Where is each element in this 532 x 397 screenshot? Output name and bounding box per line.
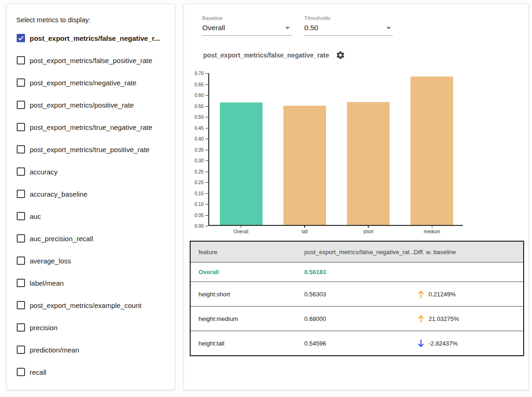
settings-gear-icon[interactable] — [336, 51, 345, 60]
metric-selector-panel: Select metrics to display: post_export_m… — [6, 4, 175, 390]
y-axis-tick — [205, 150, 208, 150]
baseline-select[interactable]: Baseline Overall — [202, 15, 292, 36]
metric-value-cell: 0.56303 — [304, 291, 414, 298]
bar-chart: 0.000.050.100.150.200.250.300.350.400.45… — [208, 73, 463, 226]
y-axis-tick — [205, 106, 208, 107]
table-row-overall: Overall0.56183 — [191, 262, 523, 282]
y-axis-tick — [205, 128, 208, 128]
unchecked-checkbox-icon[interactable] — [17, 145, 25, 154]
metric-checkbox-item[interactable]: auc_precision_recall — [7, 227, 174, 250]
metric-checkbox-label: post_export_metrics/true_negative_rate — [30, 123, 152, 131]
y-axis-tick-label: 0.20 — [187, 180, 204, 185]
metric-checkbox-item[interactable]: post_export_metrics/false_positive_rate — [7, 49, 174, 71]
unchecked-checkbox-icon[interactable] — [17, 279, 25, 287]
unchecked-checkbox-icon[interactable] — [17, 167, 25, 176]
baseline-select-label: Baseline — [202, 15, 292, 21]
unchecked-checkbox-icon[interactable] — [17, 123, 25, 131]
unchecked-checkbox-icon[interactable] — [17, 301, 25, 309]
y-axis-tick-label: 0.70 — [187, 71, 204, 76]
y-axis-tick-label: 0.50 — [187, 115, 204, 120]
y-axis-tick-label: 0.40 — [187, 136, 204, 141]
thresholds-select-value: 0.50 — [304, 24, 318, 32]
x-axis-tick-label: tall — [277, 229, 333, 234]
diff-down-arrow-icon — [417, 339, 424, 348]
y-axis-tick — [205, 160, 208, 161]
metric-selector-title: Select metrics to display: — [16, 16, 90, 24]
y-axis-tick-label: 0.25 — [187, 169, 204, 174]
y-axis-tick-label: 0.30 — [187, 158, 204, 163]
table-header-diff: Diff. w. baseline — [414, 249, 523, 256]
feature-cell: height:medium — [191, 315, 304, 322]
y-axis-tick-label: 0.55 — [187, 103, 204, 109]
unchecked-checkbox-icon[interactable] — [17, 78, 25, 87]
diff-percentage: 0.21249% — [429, 291, 456, 298]
metric-checkbox-label: average_loss — [30, 257, 71, 265]
metric-checkbox-label: post_export_metrics/false_negative_r... — [30, 34, 160, 42]
metric-checkbox-label: recall — [30, 368, 46, 376]
x-axis-tick — [304, 226, 305, 228]
metric-checkbox-label: post_export_metrics/example_count — [30, 301, 141, 309]
diff-cell: 21.03275% — [414, 314, 523, 323]
thresholds-select-value-row[interactable]: 0.50 — [304, 21, 393, 36]
metric-checkbox-item[interactable]: post_export_metrics/positive_rate — [7, 94, 174, 116]
metric-checkbox-item[interactable]: post_export_metrics/true_negative_rate — [7, 116, 174, 138]
unchecked-checkbox-icon[interactable] — [17, 212, 25, 220]
table-row-height-tall: height:tall0.54596-2.82437% — [191, 331, 523, 355]
metric-checkbox-item[interactable]: precision — [7, 316, 174, 339]
table-row-height-short: height:short0.563030.21249% — [191, 282, 523, 306]
metric-checkbox-label: post_export_metrics/false_positive_rate — [30, 57, 152, 64]
metric-checkbox-item[interactable]: auc — [7, 205, 174, 227]
chart-title-row: post_export_metrics/false_negative_rate — [203, 51, 345, 60]
unchecked-checkbox-icon[interactable] — [17, 323, 25, 332]
diff-percentage: -2.82437% — [429, 340, 458, 347]
diff-up-arrow-icon — [417, 314, 424, 323]
checked-checkbox-icon[interactable] — [17, 34, 25, 42]
y-axis-tick — [205, 226, 208, 226]
unchecked-checkbox-icon[interactable] — [17, 56, 25, 64]
unchecked-checkbox-icon[interactable] — [17, 101, 25, 109]
diff-percentage: 21.03275% — [429, 315, 459, 322]
thresholds-select[interactable]: Thresholds 0.50 — [304, 15, 393, 36]
metric-checkbox-item[interactable]: accuracy_baseline — [7, 183, 174, 205]
y-axis-tick — [205, 139, 208, 139]
baseline-select-value: Overall — [202, 24, 225, 32]
y-axis-tick — [205, 117, 208, 117]
metric-checkbox-label: post_export_metrics/negative_rate — [30, 79, 136, 87]
metric-checkbox-item[interactable]: label/mean — [7, 272, 174, 294]
x-axis-tick — [241, 226, 242, 228]
metric-checkbox-item[interactable]: accuracy — [7, 160, 174, 183]
y-axis-tick — [205, 215, 208, 216]
feature-cell: Overall — [191, 269, 304, 275]
metrics-comparison-table: feature post_export_metrics/false_negati… — [190, 241, 524, 356]
table-header-metric: post_export_metrics/false_negative_rat..… — [304, 249, 414, 256]
y-axis-tick — [205, 204, 208, 205]
unchecked-checkbox-icon[interactable] — [17, 256, 25, 265]
dropdown-arrow-icon — [285, 27, 290, 29]
y-axis-tick — [205, 182, 208, 183]
table-header-row: feature post_export_metrics/false_negati… — [191, 242, 523, 262]
baseline-select-value-row[interactable]: Overall — [202, 21, 292, 36]
unchecked-checkbox-icon[interactable] — [17, 346, 25, 354]
unchecked-checkbox-icon[interactable] — [17, 368, 25, 376]
y-axis-tick-label: 0.35 — [187, 147, 204, 152]
metric-checkbox-item[interactable]: recall — [7, 361, 174, 383]
metric-checkbox-item[interactable]: post_export_metrics/true_positive_rate — [7, 138, 174, 160]
y-axis-tick-label: 0.65 — [187, 82, 204, 87]
x-axis-tick — [368, 226, 369, 228]
metrics-checkbox-list: post_export_metrics/false_negative_r...p… — [7, 27, 174, 383]
metric-checkbox-label: accuracy — [30, 168, 58, 176]
metric-checkbox-label: auc_precision_recall — [30, 235, 93, 243]
metric-checkbox-item[interactable]: post_export_metrics/false_negative_r... — [7, 27, 174, 49]
metric-checkbox-label: accuracy_baseline — [30, 190, 87, 198]
unchecked-checkbox-icon[interactable] — [17, 234, 25, 243]
metric-checkbox-item[interactable]: average_loss — [7, 250, 174, 272]
unchecked-checkbox-icon[interactable] — [17, 190, 25, 198]
metric-value-cell: 0.56183 — [304, 269, 414, 275]
y-axis-tick — [205, 193, 208, 194]
dropdown-arrow-icon — [386, 27, 391, 29]
y-axis-tick-label: 0.00 — [187, 224, 204, 229]
metric-checkbox-item[interactable]: prediction/mean — [7, 339, 174, 361]
metric-checkbox-item[interactable]: post_export_metrics/negative_rate — [7, 71, 174, 94]
metric-checkbox-item[interactable]: post_export_metrics/example_count — [7, 294, 174, 316]
y-axis-tick-label: 0.45 — [187, 125, 204, 130]
